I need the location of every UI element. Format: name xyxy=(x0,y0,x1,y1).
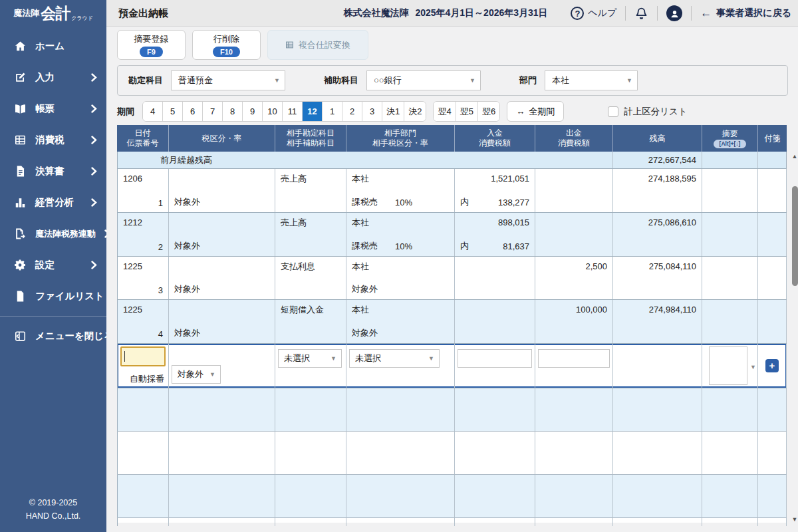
scroll-up-arrow[interactable]: ▲ xyxy=(792,153,798,160)
month-button-settle1[interactable]: 決1 xyxy=(382,102,404,121)
sidebar-item-consumption-tax[interactable]: 消費税 xyxy=(0,124,106,156)
sidebar-item-close-menu[interactable]: メニューを閉じる xyxy=(0,321,106,352)
month-button-next5[interactable]: 翌5 xyxy=(456,102,478,121)
month-button-6[interactable]: 6 xyxy=(183,102,203,121)
month-button-1[interactable]: 1 xyxy=(323,102,342,121)
month-button-7[interactable]: 7 xyxy=(203,102,223,121)
scroll-down-arrow[interactable]: ▼ xyxy=(792,516,798,523)
table-row[interactable]: 12253 対象外 支払利息 本社対象外 2,500 275,084,110 xyxy=(117,257,787,300)
sidebar-item-financial-statements[interactable]: 決算書 xyxy=(0,156,106,187)
month-button-3[interactable]: 3 xyxy=(362,102,382,121)
empty-row[interactable] xyxy=(117,388,787,432)
bell-icon[interactable] xyxy=(634,7,648,21)
month-button-8[interactable]: 8 xyxy=(223,102,243,121)
row-slip-no: 4 xyxy=(158,329,163,339)
month-button-11[interactable]: 11 xyxy=(283,102,303,121)
all-period-label: 全期間 xyxy=(529,106,555,118)
help-button[interactable]: ? ヘルプ xyxy=(571,7,616,20)
row-date: 1225 xyxy=(123,261,142,271)
text-caret xyxy=(124,351,125,362)
row-deposit-tax-label: 内 xyxy=(460,240,469,252)
new-entry-row[interactable]: 自動採番 対象外 ▼ 未選択 ▼ 未選択 ▼ xyxy=(117,344,787,388)
sub-account-select[interactable]: ○○銀行 ▼ xyxy=(366,70,481,90)
sidebar-divider xyxy=(0,316,106,317)
month-button-2[interactable]: 2 xyxy=(342,102,362,121)
scrollbar-thumb[interactable] xyxy=(792,186,798,286)
sidebar-item-analysis[interactable]: 経営分析 xyxy=(0,187,106,218)
sidebar-item-home[interactable]: ホーム xyxy=(0,31,106,62)
divider xyxy=(625,6,626,21)
row-counter-account: 売上高 xyxy=(281,217,307,229)
table-row[interactable]: 12122 対象外 売上高 本社課税売10% 898,015内81,637 27… xyxy=(117,213,787,257)
row-counter-rate: 10% xyxy=(395,241,412,251)
empty-row[interactable] xyxy=(117,475,787,518)
sidebar-item-settings[interactable]: 設定 xyxy=(0,249,106,281)
month-button-5[interactable]: 5 xyxy=(163,102,183,121)
question-icon: ? xyxy=(571,7,584,20)
tax-select-value: 対象外 xyxy=(178,368,203,380)
month-button-12-selected[interactable]: 12 xyxy=(303,102,323,121)
memo-input[interactable] xyxy=(709,346,747,385)
toolbar: 摘要登録 F9 行削除 F10 複合仕訳変換 xyxy=(117,30,368,60)
row-counter-tax: 課税売 xyxy=(352,196,378,208)
header-withdrawal-tax: 消費税額 xyxy=(558,138,590,148)
counter-dept-select-value: 未選択 xyxy=(355,352,381,364)
month-button-9[interactable]: 9 xyxy=(243,102,263,121)
sidebar-item-tax-link[interactable]: 魔法陣税務連動 xyxy=(0,218,106,249)
department-select[interactable]: 本社 ▼ xyxy=(545,70,638,90)
row-deposit-tax: 138,277 xyxy=(498,198,529,207)
chevron-down-icon: ▼ xyxy=(274,77,280,84)
posting-category-checkbox-wrap[interactable]: 計上区分リスト xyxy=(608,106,687,118)
table-row[interactable]: 12061 対象外 売上高 本社課税売10% 1,521,051内138,277… xyxy=(117,169,787,213)
header-counter-account: 相手勘定科目 xyxy=(287,128,334,138)
topbar: 預金出納帳 株式会社魔法陣 2025年4月1日～2026年3月31日 ? ヘルプ… xyxy=(0,0,798,27)
empty-row[interactable] xyxy=(117,432,787,475)
page-title: 預金出納帳 xyxy=(118,0,168,27)
header-counter-sub-account: 相手補助科目 xyxy=(287,138,334,148)
chevron-down-icon[interactable]: ▼ xyxy=(750,364,756,370)
sidebar-item-file-list[interactable]: ファイルリスト xyxy=(0,281,106,312)
deposit-input[interactable] xyxy=(458,349,532,368)
fkey-badge: F9 xyxy=(140,47,163,57)
counter-account-select[interactable]: 未選択 ▼ xyxy=(278,349,342,368)
sidebar-item-label: 消費税 xyxy=(35,134,65,146)
back-to-business-select[interactable]: ← 事業者選択に戻る xyxy=(700,7,791,20)
month-button-next6[interactable]: 翌6 xyxy=(478,102,499,121)
add-row-button[interactable]: + xyxy=(765,359,779,372)
chevron-right-icon xyxy=(91,104,97,113)
button-label: 行削除 xyxy=(213,33,239,45)
close-menu-icon xyxy=(14,330,27,342)
chevron-right-icon xyxy=(91,261,97,269)
gear-icon xyxy=(14,259,27,271)
withdrawal-input[interactable] xyxy=(538,349,610,368)
date-input[interactable] xyxy=(120,346,166,366)
month-button-next4[interactable]: 翌4 xyxy=(434,102,456,121)
logo-part3: クラウド xyxy=(71,15,93,22)
month-button-settle2[interactable]: 決2 xyxy=(404,102,426,121)
all-period-button[interactable]: ↔ 全期間 xyxy=(507,101,564,122)
row-slip-no: 1 xyxy=(158,198,163,208)
row-counter-account: 短期借入金 xyxy=(281,304,324,316)
sidebar-item-input[interactable]: 入力 xyxy=(0,62,106,93)
chevron-right-icon xyxy=(91,136,97,144)
table-header: 日付伝票番号 税区分・率 相手勘定科目相手補助科目 相手部門相手税区分・率 入金… xyxy=(117,125,787,152)
next-year-button-group: 翌4 翌5 翌6 xyxy=(433,101,500,122)
checkbox[interactable] xyxy=(608,106,618,117)
sidebar-item-reports[interactable]: 帳票 xyxy=(0,93,106,124)
tax-select[interactable]: 対象外 ▼ xyxy=(172,365,221,384)
account-avatar[interactable] xyxy=(666,5,682,21)
divider xyxy=(691,6,692,21)
main-content: 摘要登録 F9 行削除 F10 複合仕訳変換 勘定科目 普通預金 ▼ 補助科目 … xyxy=(106,27,798,532)
delete-row-button[interactable]: 行削除 F10 xyxy=(192,30,261,60)
register-memo-button[interactable]: 摘要登録 F9 xyxy=(117,30,186,60)
empty-row[interactable] xyxy=(117,518,787,523)
month-button-10[interactable]: 10 xyxy=(263,102,283,121)
month-button-4[interactable]: 4 xyxy=(143,102,163,121)
table-row[interactable]: 12254 対象外 短期借入金 本社対象外 100,000 274,984,11… xyxy=(117,300,787,344)
chevron-down-icon: ▼ xyxy=(469,77,475,84)
counter-dept-select[interactable]: 未選択 ▼ xyxy=(349,349,440,368)
memo-shortcut-badge: [Alt]+[↓] xyxy=(714,140,747,148)
account-select[interactable]: 普通預金 ▼ xyxy=(171,70,285,90)
header-deposit-tax: 消費税額 xyxy=(479,138,511,148)
app-logo: 魔法陣 会計 クラウド xyxy=(0,0,106,27)
